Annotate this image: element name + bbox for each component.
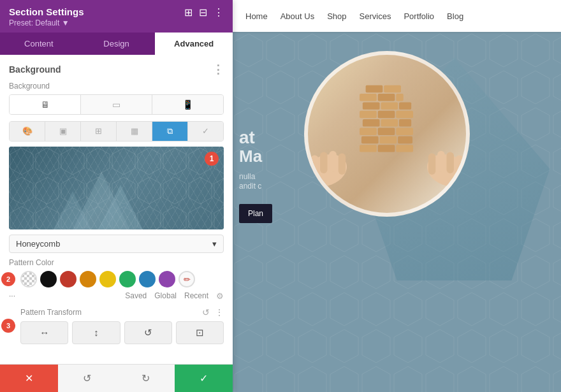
tab-design[interactable]: Design	[78, 33, 156, 55]
settings-panel: Section Settings Preset: Default ▼ ⊞ ⊟ ⋮…	[0, 0, 233, 392]
redo-button[interactable]: ↻	[117, 365, 175, 392]
swatch-transparent[interactable]	[20, 271, 37, 287]
hero-area: at Ma nulla andit c Plan	[233, 32, 561, 392]
swatch-purple[interactable]	[159, 271, 175, 287]
dropdown-value: Honeycomb	[16, 239, 60, 249]
svg-rect-21	[397, 94, 404, 101]
badge-3: 3	[1, 319, 15, 333]
panel-footer: ✕ ↺ ↻ ✓	[0, 364, 233, 392]
swatch-orange[interactable]	[80, 271, 96, 287]
svg-rect-39	[397, 145, 414, 152]
plan-button[interactable]: Plan	[239, 204, 272, 223]
flip-h-button[interactable]: ↔	[20, 321, 68, 344]
background-label: Background	[9, 82, 224, 91]
nav-services[interactable]: Services	[360, 9, 391, 24]
svg-rect-14	[447, 152, 454, 173]
svg-rect-36	[398, 136, 412, 143]
svg-rect-22	[363, 102, 380, 109]
tab-content[interactable]: Content	[0, 33, 78, 55]
transform-header: Pattern Transform ↺ ⋮	[20, 307, 224, 317]
recent-label[interactable]: Recent	[184, 291, 208, 301]
more-dots-icon[interactable]: ···	[9, 291, 15, 301]
svg-rect-35	[380, 136, 397, 143]
chevron-down-icon: ▾	[212, 239, 217, 249]
hero-text-4: andit c	[239, 182, 261, 191]
svg-rect-10	[320, 152, 327, 173]
nav-about[interactable]: About Us	[280, 9, 314, 24]
bg-type-image[interactable]: ⊞	[81, 122, 117, 141]
svg-marker-3	[98, 185, 143, 229]
panel-header: Section Settings Preset: Default ▼ ⊞ ⊟ ⋮	[0, 0, 233, 33]
svg-rect-29	[381, 119, 398, 126]
svg-rect-25	[360, 111, 377, 118]
swatch-black[interactable]	[40, 271, 57, 287]
color-row-wrapper: 2 ✏	[9, 271, 224, 287]
color-swatches: ✏	[20, 271, 224, 287]
panel-header-info: Section Settings Preset: Default ▼	[9, 6, 84, 27]
background-title-text: Background	[9, 64, 61, 75]
color-settings-icon[interactable]: ⚙	[216, 291, 224, 301]
swatch-blue[interactable]	[139, 271, 156, 287]
panel-header-icons: ⊞ ⊟ ⋮	[184, 6, 224, 18]
svg-rect-17	[366, 85, 383, 92]
pattern-transform-label: Pattern Transform	[20, 308, 197, 317]
bg-type-row: 🎨 ▣ ⊞ ▦ ⧉ ✓	[9, 121, 224, 142]
nav-home[interactable]: Home	[245, 9, 268, 24]
svg-rect-26	[378, 111, 395, 118]
content-area: Home About Us Shop Services Portfolio Bl…	[233, 0, 561, 392]
panel-tabs: Content Design Advanced	[0, 33, 233, 55]
device-desktop[interactable]: 🖥	[10, 95, 81, 114]
svg-rect-27	[397, 111, 414, 118]
bg-type-mask[interactable]: ✓	[188, 122, 223, 141]
layout-icon[interactable]: ⊟	[199, 6, 207, 18]
transform-buttons: ↔ ↕ ↺ ⊡	[20, 321, 224, 344]
more-transform-icon[interactable]: ⋮	[215, 307, 224, 317]
device-tablet[interactable]: ▭	[81, 95, 152, 114]
swatch-green[interactable]	[119, 271, 136, 287]
bg-type-color[interactable]: 🎨	[10, 122, 45, 141]
nav-portfolio[interactable]: Portfolio	[404, 9, 434, 24]
reset-transform-icon[interactable]: ↺	[202, 307, 210, 317]
svg-rect-12	[339, 154, 346, 175]
transform-wrapper: 3 Pattern Transform ↺ ⋮ ↔ ↕ ↺ ⊡	[9, 307, 224, 344]
preview-svg	[9, 147, 224, 229]
background-more-icon[interactable]: ⋮	[212, 62, 224, 76]
preview-inner	[9, 147, 224, 229]
grid-icon[interactable]: ⊞	[184, 6, 193, 18]
svg-rect-16	[428, 154, 435, 175]
nav-shop[interactable]: Shop	[327, 9, 346, 24]
background-preview: 1	[9, 147, 224, 229]
cancel-button[interactable]: ✕	[0, 365, 58, 392]
hero-text-3: nulla	[239, 172, 255, 181]
hero-text-1: at	[239, 127, 255, 148]
scale-button[interactable]: ⊡	[176, 321, 224, 344]
tab-advanced[interactable]: Advanced	[155, 33, 233, 55]
swatch-yellow[interactable]	[99, 271, 116, 287]
panel-preset[interactable]: Preset: Default ▼	[9, 18, 84, 27]
svg-rect-18	[384, 85, 402, 92]
reset-button[interactable]: ↺	[58, 365, 116, 392]
hero-text-2: Ma	[239, 147, 262, 166]
pattern-dropdown[interactable]: Honeycomb ▾	[9, 235, 224, 253]
panel-title: Section Settings	[9, 6, 84, 17]
svg-rect-34	[361, 136, 379, 143]
jenga-svg	[308, 51, 466, 217]
bg-type-pattern[interactable]: ⧉	[152, 122, 188, 141]
bg-type-gradient[interactable]: ▣	[45, 122, 81, 141]
more-icon[interactable]: ⋮	[214, 6, 224, 18]
svg-rect-24	[399, 102, 411, 109]
navbar: Home About Us Shop Services Portfolio Bl…	[233, 0, 561, 32]
color-footer: ··· Saved Global Recent ⚙	[9, 291, 224, 301]
nav-blog[interactable]: Blog	[447, 9, 463, 24]
global-label[interactable]: Global	[154, 291, 177, 301]
flip-v-button[interactable]: ↕	[72, 321, 120, 344]
saved-label[interactable]: Saved	[125, 291, 147, 301]
device-mobile[interactable]: 📱	[152, 95, 223, 114]
rotate-button[interactable]: ↺	[124, 321, 172, 344]
confirm-button[interactable]: ✓	[175, 365, 233, 392]
swatch-red[interactable]	[60, 271, 76, 287]
swatch-pen[interactable]: ✏	[178, 271, 195, 287]
svg-rect-38	[378, 145, 395, 152]
svg-rect-31	[360, 127, 377, 134]
bg-type-video[interactable]: ▦	[117, 122, 152, 141]
